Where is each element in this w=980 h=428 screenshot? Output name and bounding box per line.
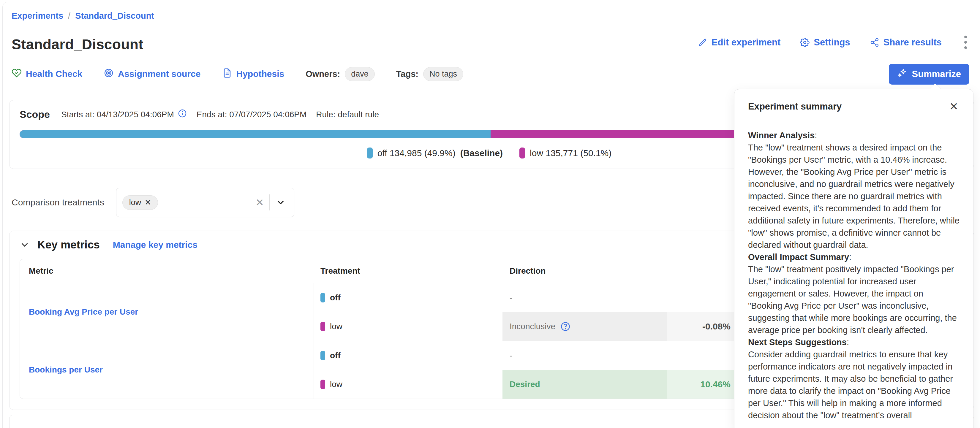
scope-title: Scope [20,109,50,120]
document-icon [222,68,232,80]
column-header-metric: Metric [20,259,314,283]
metric-link[interactable]: Booking Avg Price per User [29,307,138,317]
direction-cell: - [503,341,667,370]
tags-group: Tags: No tags [396,67,463,81]
more-options-kebab-icon[interactable] [961,34,970,51]
collapse-chevron-icon[interactable] [20,240,30,250]
treatment-cell: off [314,283,503,312]
delta-value-cell: -0.08% [667,312,737,341]
chevron-down-icon[interactable] [270,197,289,208]
sparkles-icon [897,68,907,81]
owner-chip[interactable]: dave [345,67,375,81]
breadcrumb: Experiments / Standard_Discount [9,11,974,21]
treatment-swatch [320,380,325,389]
column-header-direction: Direction [503,259,667,283]
metric-cell: Bookings per User [20,341,314,399]
legend-item: low 135,771 (50.1%) [519,147,616,159]
summary-section-heading: Next Steps Suggestions: [748,336,959,349]
owners-group: Owners: dave [305,67,375,81]
scope-starts-at: Starts at: 04/13/2025 04:06PM [61,109,187,120]
comparison-treatments-label: Comparison treatments [11,197,104,208]
chip-remove-icon[interactable]: ✕ [145,198,151,207]
share-results-button[interactable]: Share results [870,37,942,48]
delta-value-cell [667,283,737,312]
scope-ends-at: Ends at: 07/07/2025 04:06PM [197,110,307,119]
target-icon [103,68,114,80]
direction-cell: - [503,283,667,312]
share-icon [870,38,879,47]
legend-swatch [367,147,373,159]
settings-button[interactable]: Settings [800,37,850,48]
breadcrumb-experiments-link[interactable]: Experiments [11,11,63,21]
key-metrics-title: Key metrics [37,239,100,251]
summary-panel-title: Experiment summary [748,101,842,112]
allocation-bar-off-segment [20,130,491,138]
select-clear-icon[interactable]: ✕ [250,197,269,208]
delta-value-cell: 10.46% [667,370,737,399]
treatment-cell: off [314,341,503,370]
summary-section-body: The "low" treatment positively impacted … [748,263,959,336]
legend-item: off 134,985 (49.9%) (Baseline) [367,147,503,159]
info-icon[interactable] [178,109,187,120]
breadcrumb-separator: / [68,11,70,21]
selected-treatment-chip[interactable]: low ✕ [123,195,158,210]
summary-panel-body: Winner Analysis:The "low" treatment show… [734,121,973,428]
header-actions: Edit experiment Settings Share results [698,34,970,52]
header-row: Standard_Discount Edit experiment Settin… [9,34,974,52]
edit-experiment-button[interactable]: Edit experiment [698,37,781,48]
treatment-swatch [320,322,325,331]
treatment-cell: low [314,370,503,399]
breadcrumb-current-link[interactable]: Standard_Discount [75,11,154,21]
summary-section-heading: Overall Impact Summary: [748,251,959,263]
close-icon[interactable]: ✕ [948,100,959,113]
tags-chip[interactable]: No tags [423,67,463,81]
comparison-treatments-select[interactable]: low ✕ ✕ [116,188,294,217]
assignment-source-link[interactable]: Assignment source [103,68,200,80]
scope-rule: Rule: default rule [316,110,379,119]
delta-value-cell [667,341,737,370]
direction-cell: Desired [503,370,667,399]
question-help-icon[interactable] [560,321,571,332]
column-header-treatment: Treatment [314,259,503,283]
treatment-swatch [320,293,325,303]
experiment-summary-panel: Experiment summary ✕ Winner Analysis:The… [734,89,974,428]
summary-section-body: Consider adding guardrail metrics to ens… [748,349,959,422]
treatment-swatch [320,351,325,360]
meta-row: Health Check Assignment source Hypothesi… [9,64,974,83]
metric-link[interactable]: Bookings per User [29,365,103,374]
pencil-icon [698,38,707,47]
metric-cell: Booking Avg Price per User [20,283,314,341]
treatment-cell: low [314,312,503,341]
summarize-button[interactable]: Summarize [889,64,969,85]
page-title: Standard_Discount [11,36,143,52]
gear-icon [800,38,810,47]
summary-section-body: The "low" treatment shows a desired impa… [748,141,959,251]
health-check-link[interactable]: Health Check [11,68,82,80]
manage-key-metrics-link[interactable]: Manage key metrics [113,240,197,250]
direction-cell: Inconclusive [503,312,667,341]
hypothesis-link[interactable]: Hypothesis [222,68,285,80]
legend-swatch [519,147,525,159]
summary-section-heading: Winner Analysis: [748,129,959,141]
health-check-heart-icon [11,68,22,80]
